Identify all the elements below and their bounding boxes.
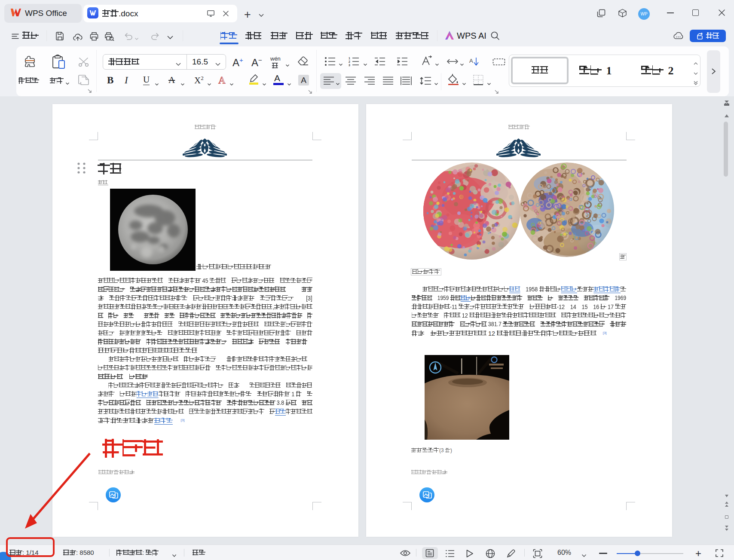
svg-text:A: A (469, 58, 473, 64)
svg-text:1: 1 (349, 57, 350, 60)
svg-text:2: 2 (349, 60, 350, 63)
svg-text:3: 3 (349, 64, 350, 67)
